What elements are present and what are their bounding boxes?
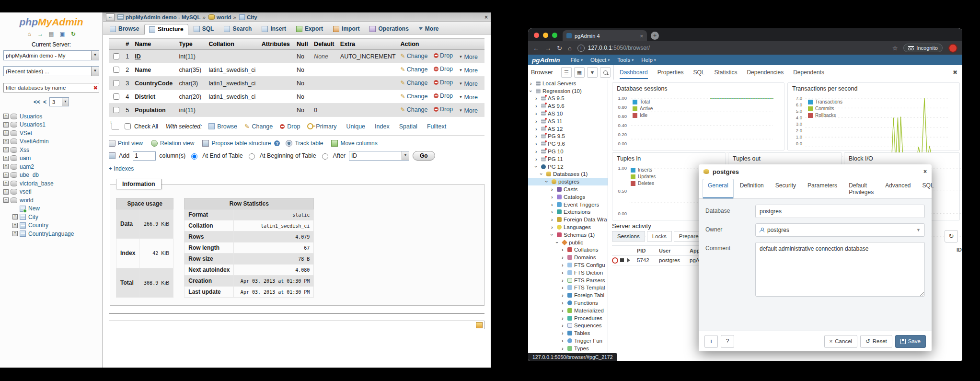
tab[interactable]: Locks [647,231,672,242]
comment-textarea[interactable]: default administrative connection databa… [755,242,925,297]
tree-toggle-icon[interactable] [3,139,9,144]
chevron-icon[interactable] [562,293,566,298]
help-button[interactable]: ? [721,335,734,348]
at-beginning-radio[interactable] [249,153,255,160]
tree-item[interactable]: PG 12 [528,163,608,171]
column-name[interactable]: Name [135,67,151,73]
row-checkbox[interactable] [113,80,119,86]
tree-item[interactable]: FTS Diction [528,269,608,277]
chevron-icon[interactable] [551,209,556,214]
chevron-icon[interactable] [551,202,556,207]
tab[interactable]: Insert [257,23,291,34]
column-name[interactable]: District [135,93,155,100]
selected-action-link[interactable]: Spatial [397,123,417,130]
chevron-icon[interactable] [535,164,540,169]
tree-toggle-icon[interactable] [3,122,9,127]
selected-action-link[interactable]: Drop [280,123,300,130]
tree-toggle-icon[interactable] [3,147,9,152]
chevron-icon[interactable] [530,81,535,86]
tree-item[interactable]: AS 11 [528,117,608,125]
after-column-select[interactable]: ID ▼ [349,151,409,161]
chevron-icon[interactable] [562,285,566,290]
selected-action-link[interactable]: Index [372,123,390,130]
new-tab-button[interactable]: + [651,32,659,40]
tab[interactable]: Dashboard [620,66,648,79]
tab[interactable]: Security [770,179,801,198]
chevron-icon[interactable] [535,127,540,131]
change-link[interactable]: ✎Change [401,66,428,73]
chevron-icon[interactable] [541,172,545,176]
server-icon-button[interactable]: ☰ [561,67,572,78]
tab[interactable]: Export [291,23,328,34]
chevron-icon[interactable] [535,134,540,139]
tab[interactable]: SQL [917,179,939,198]
tree-item[interactable]: PG 11 [528,155,608,163]
recent-tables-select[interactable]: (Recent tables) ... ▼ [3,66,99,76]
zoom-button[interactable] [552,33,557,38]
breadcrumb-item[interactable]: phpMyAdmin demo - MySQL [117,14,201,20]
tree-toggle-icon[interactable] [3,156,9,161]
tab[interactable]: Properties [657,66,684,79]
check-all[interactable]: Check All [123,122,158,131]
more-link[interactable]: ▼More [459,54,478,60]
chevron-icon[interactable] [535,96,540,101]
tree-item[interactable]: PG 10 [528,148,608,155]
database-tree-item[interactable]: world [0,196,103,205]
tree-toggle-icon[interactable] [3,173,9,178]
home-icon[interactable]: ⌂ [25,31,33,38]
row-checkbox[interactable] [113,93,119,100]
tree-toggle-icon[interactable] [3,181,9,186]
help-icon[interactable] [274,140,280,146]
row-checkbox[interactable] [113,53,119,59]
selected-action-link[interactable]: Browse [208,123,237,130]
tree-item[interactable]: Procedures [528,314,608,322]
indexes-link[interactable]: + Indexes [109,165,134,172]
tree-item[interactable]: Casts [528,185,608,193]
more-link[interactable]: ▼More [459,107,478,114]
tree-item[interactable]: Languages [528,223,608,231]
tree-item[interactable]: AS 9.5 [528,95,608,103]
chevron-icon[interactable] [562,338,566,343]
tree-item[interactable]: Tables [528,329,608,337]
sql-window-icon[interactable]: ▤ [47,31,55,38]
chevron-icon[interactable] [562,255,566,260]
menu-item[interactable]: File [571,57,583,63]
logout-icon[interactable]: → [36,31,44,38]
tree-item[interactable]: PG 9.6 [528,140,608,148]
chevron-icon[interactable] [546,179,551,184]
pager-first-link[interactable]: << [34,99,40,105]
chevron-icon[interactable] [562,308,566,313]
tree-item[interactable]: postgres [528,178,608,185]
reset-button[interactable]: ↺Reset [860,335,892,348]
chevron-icon[interactable] [562,331,566,335]
chevron-icon[interactable] [562,270,566,275]
chevron-icon[interactable] [562,323,566,328]
tree-item[interactable]: AS 9.6 [528,102,608,110]
chevron-icon[interactable] [562,316,566,321]
selected-action-link[interactable]: Change [244,123,273,130]
owner-select[interactable]: postgres ▼ [755,223,925,237]
change-link[interactable]: ✎Change [401,80,428,86]
cancel-button[interactable]: ×Cancel [824,335,858,348]
drop-link[interactable]: Drop [434,106,453,113]
selected-action-link[interactable]: Fulltext [425,123,446,130]
close-icon[interactable]: × [923,168,927,175]
tree-item[interactable]: Local Servers [528,80,608,87]
more-link[interactable]: ▼More [459,81,478,87]
tab[interactable]: Dependents [793,66,824,79]
details-expand-icon[interactable] [627,258,633,263]
database-tree-item[interactable]: uam2 [0,162,103,171]
bookmark-star-icon[interactable]: ☆ [892,45,898,52]
chevron-icon[interactable] [551,232,556,237]
tree-item[interactable]: Catalogs [528,193,608,201]
chevron-icon[interactable] [562,263,566,267]
database-tree-item[interactable]: CountryLanguage [0,230,103,238]
row-checkbox[interactable] [113,67,119,73]
selected-action-link[interactable]: Unique [344,123,365,130]
chevron-icon[interactable] [562,346,566,351]
tab[interactable]: Parameters [802,179,842,198]
drop-link[interactable]: Drop [434,66,453,72]
tab[interactable]: Sessions [612,231,645,242]
check-all-checkbox[interactable] [125,123,131,129]
tab[interactable]: Import [328,23,364,34]
